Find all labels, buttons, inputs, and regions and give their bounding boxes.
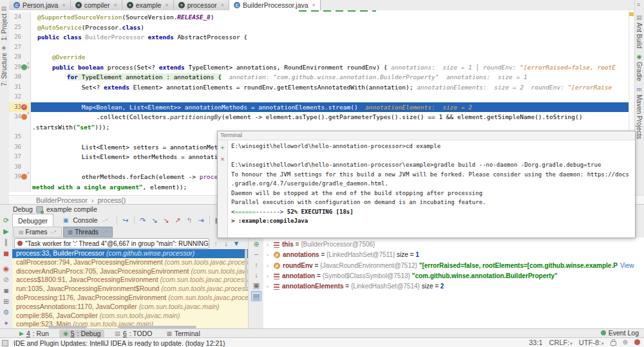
breadcrumb-class[interactable]: BuilderProcessor bbox=[36, 196, 88, 204]
readonly-lock-icon[interactable] bbox=[611, 341, 616, 346]
stack-frame-row[interactable]: discoverAndRunProcs:705, JavacProcessing… bbox=[12, 267, 248, 276]
gutter[interactable]: 31 bbox=[9, 82, 31, 93]
thread-selector-dropdown[interactable]: "Task worker for ':' Thread 4"@6,667 in … bbox=[14, 238, 209, 249]
variable-row[interactable]: ›proundEnv = {JavacRoundEnvironment@7512… bbox=[263, 261, 644, 271]
breakpoint-verified-icon[interactable]: ✓ bbox=[21, 104, 27, 110]
add-watch-icon[interactable]: ⊕ bbox=[252, 239, 261, 249]
gutter[interactable]: 38 bbox=[9, 162, 31, 173]
run-to-cursor-icon[interactable]: ⇥ bbox=[196, 216, 205, 225]
gutter[interactable]: 39↑ bbox=[9, 172, 31, 182]
drop-frame-icon[interactable]: ↰ bbox=[185, 216, 194, 225]
toolwindow-button-Ant Build[interactable]: ▤Ant Build bbox=[636, 14, 643, 48]
pin-icon[interactable]: ✦ bbox=[2, 319, 11, 328]
toolwindow-button-Gradle[interactable]: ◉Gradle bbox=[636, 53, 643, 81]
show-execution-point-icon[interactable]: ↪ bbox=[121, 216, 130, 225]
gutter[interactable]: 37 bbox=[9, 152, 31, 162]
tab-threads[interactable]: ▥ Threads →* bbox=[63, 227, 113, 238]
add-session-icon[interactable]: + bbox=[218, 143, 227, 152]
copy-icon[interactable]: ▣ bbox=[252, 281, 261, 290]
toolwindow-tab-Terminal[interactable]: ▦Terminal bbox=[163, 330, 204, 338]
toolwindow-toggle-icon[interactable] bbox=[2, 340, 8, 346]
gutter[interactable]: 36 bbox=[9, 142, 31, 153]
stack-frame-row[interactable]: compile:856, JavaCompiler (com.sun.tools… bbox=[12, 312, 248, 321]
toolwindow-button-Maven Projects[interactable]: mMaven Projects bbox=[636, 86, 643, 139]
stack-frame-row[interactable]: access$1800:91, JavacProcessingEnvironme… bbox=[12, 276, 248, 285]
warning-stripe-mark[interactable] bbox=[629, 12, 634, 16]
force-step-into-icon[interactable]: ↘ bbox=[162, 216, 171, 225]
encoding-selector[interactable]: UTF-8:▾ bbox=[579, 339, 604, 346]
chevron-right-icon[interactable]: › bbox=[267, 239, 271, 250]
close-icon[interactable]: × bbox=[312, 2, 316, 8]
fold-chevron-icon[interactable]: ∨ bbox=[26, 62, 30, 73]
variables-panel[interactable]: ›this = {BuilderProcessor@7506}›pannotat… bbox=[263, 238, 644, 329]
toolwindow-button-7: Structure[interactable]: 7: Structure◈ bbox=[1, 44, 8, 86]
gutter[interactable]: 34↑ bbox=[9, 112, 31, 122]
gutter[interactable]: 25 bbox=[9, 23, 31, 33]
move-down-icon[interactable]: ↓ bbox=[252, 270, 261, 279]
step-into-icon[interactable]: ↘ bbox=[150, 216, 159, 225]
gutter[interactable]: 24 bbox=[9, 12, 31, 23]
chevron-right-icon[interactable]: › bbox=[267, 261, 271, 271]
settings-gear-icon[interactable]: ⚙ bbox=[2, 308, 11, 317]
view-link[interactable]: View bbox=[620, 261, 634, 271]
pause-icon[interactable]: ∥ bbox=[2, 238, 11, 247]
close-icon[interactable]: × bbox=[221, 2, 224, 8]
stack-frame-row[interactable]: run:1035, JavacProcessingEnvironment$Rou… bbox=[12, 285, 248, 294]
step-out-icon[interactable]: ↗ bbox=[173, 216, 182, 225]
view-breakpoints-icon[interactable]: ◉ bbox=[2, 264, 11, 273]
editor-tab-BuilderProcessor.java[interactable]: CBuilderProcessor.java× bbox=[229, 0, 321, 10]
tab-frames[interactable]: ▤ Frames →* bbox=[14, 227, 62, 238]
gutter[interactable]: 33✓ bbox=[9, 102, 31, 113]
method-breakpoint-icon[interactable]: ↑ bbox=[21, 174, 27, 180]
gutter[interactable]: 30 bbox=[9, 72, 31, 82]
toolwindow-tab-TODO[interactable]: ▤6: TODO bbox=[111, 330, 156, 338]
gutter[interactable]: 35 bbox=[9, 132, 31, 142]
gutter[interactable]: 27 bbox=[9, 42, 31, 53]
method-breakpoint-icon[interactable]: ↑ bbox=[21, 114, 27, 120]
inspections-status-icon[interactable] bbox=[634, 339, 640, 345]
editor-tab-example[interactable]: example× bbox=[122, 0, 174, 10]
stripe-menu-icon[interactable]: ≡ bbox=[637, 1, 640, 8]
gutter[interactable]: 26 bbox=[9, 32, 31, 42]
terminal-output[interactable]: E:\winsegit\helloworld\hello-annotation-… bbox=[228, 140, 635, 238]
stack-frame-row[interactable]: callProcessor:794, JavacProcessingEnviro… bbox=[12, 258, 248, 267]
mute-breakpoints-icon[interactable]: ⊘ bbox=[2, 275, 11, 284]
resume-icon[interactable]: ▶ bbox=[2, 227, 11, 236]
highlighting-level-icon[interactable]: ⊕ bbox=[623, 339, 628, 346]
variable-row[interactable]: ›this = {BuilderProcessor@7506} bbox=[263, 239, 644, 250]
show-watches-icon[interactable]: ▤ bbox=[251, 291, 261, 301]
move-up-icon[interactable]: ↑ bbox=[252, 260, 261, 269]
stack-frame-row[interactable]: doProcessing:1176, JavacProcessingEnviro… bbox=[12, 294, 248, 303]
variable-row[interactable]: ›annotation = {Symbol$ClassSymbol@7513} … bbox=[263, 271, 644, 281]
chevron-right-icon[interactable]: › bbox=[267, 281, 271, 292]
toolwindow-tab-Debug[interactable]: ◉5: Debug bbox=[59, 330, 104, 338]
tab-console[interactable]: ▣ Console →* bbox=[56, 214, 113, 226]
close-icon[interactable]: × bbox=[165, 2, 168, 8]
next-frame-icon[interactable]: ↓ bbox=[222, 239, 231, 248]
line-separator-selector[interactable]: CRLF:▾ bbox=[549, 339, 573, 346]
toolwindow-tab-Run[interactable]: ▶4: Run bbox=[15, 330, 53, 338]
status-message[interactable]: IDE and Plugin Updates: IntelliJ IDEA is… bbox=[14, 339, 225, 347]
close-session-icon[interactable]: × bbox=[218, 155, 227, 164]
rerun-icon[interactable]: ⟳ bbox=[2, 216, 11, 225]
stack-frame-row[interactable]: process:33, BuilderProcessor (com.github… bbox=[12, 249, 248, 258]
restore-layout-icon[interactable]: ⊞ bbox=[2, 297, 11, 306]
chevron-right-icon[interactable]: › bbox=[267, 250, 271, 260]
close-icon[interactable]: × bbox=[113, 2, 117, 8]
event-log-button[interactable]: Event Log bbox=[601, 328, 639, 337]
prev-frame-icon[interactable]: ↑ bbox=[211, 239, 220, 248]
terminal-window[interactable]: Terminal +× E:\winsegit\helloworld\hello… bbox=[217, 131, 636, 238]
gutter[interactable]: 32 bbox=[9, 92, 31, 102]
editor-tab-compiler[interactable]: compiler× bbox=[71, 0, 122, 10]
variable-row[interactable]: ›annotationElements = {LinkedHashSet@751… bbox=[263, 281, 644, 292]
thread-dump-icon[interactable]: ◙ bbox=[2, 286, 11, 295]
frames-scrollbar[interactable] bbox=[245, 249, 247, 290]
gutter[interactable] bbox=[9, 122, 31, 133]
tab-debugger[interactable]: Debugger bbox=[12, 214, 53, 227]
filter-frames-icon[interactable]: ▼ bbox=[232, 239, 241, 248]
gutter[interactable]: 28 bbox=[9, 52, 31, 62]
stack-frames-list[interactable]: process:33, BuilderProcessor (com.github… bbox=[12, 249, 248, 329]
chevron-right-icon[interactable]: › bbox=[267, 271, 271, 281]
editor-tab-Person.java[interactable]: CPerson.java× bbox=[9, 0, 71, 10]
breadcrumb-method[interactable]: process() bbox=[97, 196, 126, 204]
